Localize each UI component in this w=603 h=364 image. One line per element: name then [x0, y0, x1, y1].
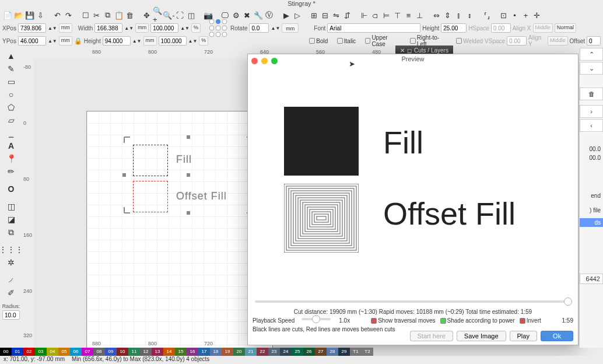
play-sel-icon[interactable]: ▷ [292, 10, 302, 20]
color-swatch-29[interactable]: 29 [338, 348, 350, 356]
xpos-input[interactable] [18, 23, 46, 33]
timeline-slider[interactable] [255, 300, 570, 303]
width-input[interactable] [94, 23, 122, 33]
right-next[interactable]: › [580, 105, 603, 118]
right-collapse-up[interactable]: ⌃ [580, 48, 603, 61]
radius-input[interactable] [2, 310, 20, 320]
minimize-window-icon[interactable] [261, 58, 268, 64]
close-icon[interactable]: ✕ [400, 47, 405, 54]
save-icon[interactable]: 💾 [24, 10, 34, 20]
crosshair-icon[interactable]: ✛ [532, 10, 542, 20]
width-pct-unit[interactable]: % [191, 23, 201, 33]
right-trash-icon[interactable]: 🗑 [580, 88, 603, 100]
play-icon[interactable]: ▶ [281, 10, 291, 20]
redo-icon[interactable]: ↷ [64, 10, 73, 20]
wrench-icon[interactable]: 🔧 [253, 10, 263, 20]
select-tool[interactable]: ▲ [5, 50, 17, 62]
same-h-icon[interactable]: ⫾ [465, 10, 475, 20]
color-swatch-17[interactable]: 17 [198, 348, 210, 356]
italic-check[interactable]: Italic [337, 38, 356, 44]
invert-check[interactable]: Invert [520, 317, 541, 324]
color-swatch-07[interactable]: 07 [82, 348, 93, 356]
zoom-out-icon[interactable]: 🔍- [164, 10, 174, 20]
ok-button[interactable]: Ok [541, 331, 573, 341]
align-r-icon[interactable]: ⊨ [381, 10, 391, 20]
dist-h-icon[interactable]: ⇔ [432, 10, 441, 20]
array-tool[interactable]: ⋮⋮⋮ [5, 244, 17, 256]
new-icon[interactable]: 📄 [2, 10, 12, 20]
open-icon[interactable]: 📂 [13, 10, 23, 20]
offset-tool[interactable]: O [5, 183, 17, 195]
font-input[interactable] [327, 23, 420, 33]
color-swatch-15[interactable]: 15 [175, 348, 187, 356]
canvas-rect-red[interactable] [133, 181, 168, 212]
cut-icon[interactable]: ✂ [92, 10, 101, 20]
traffic-lights[interactable] [251, 58, 278, 64]
height-pct-unit[interactable]: % [199, 36, 208, 46]
start-here-button[interactable]: Start here [410, 331, 453, 341]
align-m-icon[interactable]: ≡ [404, 10, 413, 20]
color-swatch-12[interactable]: 12 [140, 348, 152, 356]
color-swatch-28[interactable]: 28 [327, 348, 338, 356]
same-w-icon[interactable]: ⫿ [454, 10, 464, 20]
align-c-icon[interactable]: ⫏ [370, 10, 380, 20]
color-swatch-25[interactable]: 25 [292, 348, 303, 356]
normal-select[interactable]: Normal [555, 23, 576, 33]
node-tool[interactable]: ✎ [5, 63, 17, 75]
maximize-window-icon[interactable] [271, 58, 278, 64]
color-swatch-22[interactable]: 22 [257, 348, 268, 356]
canvas-text-offset[interactable]: Offset Fill [176, 190, 227, 202]
timeline-thumb[interactable] [564, 298, 572, 306]
height-unit[interactable]: mm [143, 36, 157, 46]
align-b-icon[interactable]: ⊥ [415, 10, 425, 20]
restore-icon[interactable]: ◻ [407, 47, 412, 54]
radial-tool[interactable]: ✲ [5, 257, 17, 268]
shape-tool[interactable]: ▱ [5, 114, 17, 126]
text-tool[interactable]: A [5, 140, 17, 152]
select-all-icon[interactable]: ☐ [80, 10, 90, 20]
height-pct-input[interactable] [159, 36, 187, 46]
ypos-input[interactable] [18, 36, 46, 46]
color-swatch-06[interactable]: 06 [70, 348, 82, 356]
color-swatch-T1[interactable]: T1 [350, 348, 362, 356]
measure-tool[interactable]: ⟋ [5, 274, 17, 286]
variable-icon[interactable]: Ⓥ [264, 10, 274, 20]
lock-icon[interactable]: 🔒 [74, 37, 82, 45]
width-pct-input[interactable] [150, 23, 178, 33]
color-swatch-03[interactable]: 03 [35, 348, 47, 356]
plus-icon[interactable]: + [521, 10, 531, 20]
edit-tool[interactable]: ✐ [5, 287, 17, 299]
color-swatch-23[interactable]: 23 [268, 348, 280, 356]
move-center-icon[interactable]: ⊡ [499, 10, 509, 20]
color-swatch-26[interactable]: 26 [303, 348, 315, 356]
color-swatch-16[interactable]: 16 [187, 348, 198, 356]
zoom-in-icon[interactable]: 🔍+ [153, 10, 163, 20]
boolean1-tool[interactable]: ◫ [5, 201, 17, 212]
color-swatch-11[interactable]: 11 [128, 348, 140, 356]
color-swatch-13[interactable]: 13 [152, 348, 163, 356]
rect-tool[interactable]: ▭ [5, 76, 17, 88]
fontheight-input[interactable] [441, 23, 467, 33]
boolean2-tool[interactable]: ◪ [5, 214, 17, 225]
align-t-icon[interactable]: ⊤ [392, 10, 402, 20]
tools-icon[interactable]: ✖ [242, 10, 252, 20]
import-icon[interactable]: ⇩ [36, 10, 45, 20]
flip-h-icon[interactable]: ⇋ [331, 10, 341, 20]
show-traversal-check[interactable]: Show traversal moves [371, 317, 435, 324]
shade-power-check[interactable]: Shade according to power [440, 317, 515, 324]
color-swatch-01[interactable]: 01 [12, 348, 23, 356]
right-ds[interactable]: ds [580, 218, 603, 227]
zoom-frame-icon[interactable]: ⛶ [175, 10, 185, 20]
pencil-tool[interactable]: ✏ [5, 166, 17, 177]
color-swatch-09[interactable]: 09 [105, 348, 117, 356]
flip-v-icon[interactable]: ⇵ [342, 10, 352, 20]
polygon-tool[interactable]: ⬠ [5, 102, 17, 113]
play-button[interactable]: Play [510, 331, 537, 341]
align-l-icon[interactable]: ⊩ [359, 10, 369, 20]
offset-input[interactable] [587, 36, 601, 46]
color-swatch-14[interactable]: 14 [163, 348, 175, 356]
boolean3-tool[interactable]: ⧉ [5, 226, 17, 238]
ungroup-icon[interactable]: ⊟ [320, 10, 330, 20]
rotate-input[interactable] [249, 23, 269, 33]
dot-icon[interactable]: • [510, 10, 520, 20]
